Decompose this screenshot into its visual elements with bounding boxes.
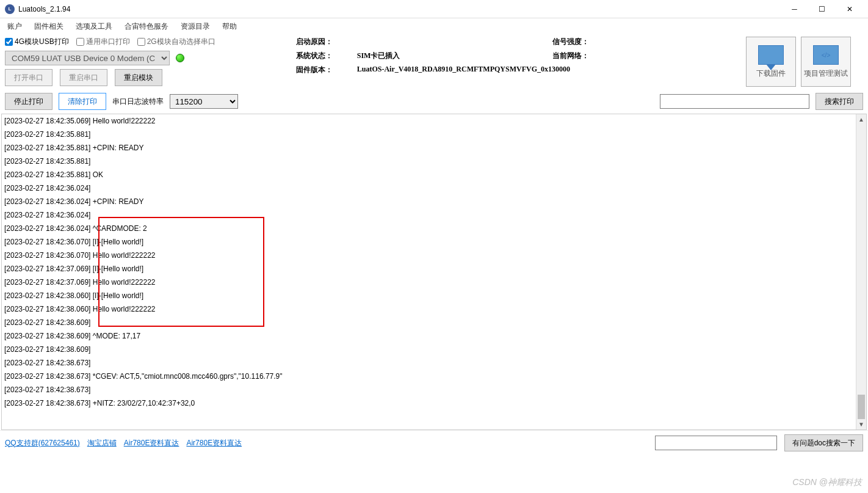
info-fw-label: 固件版本： xyxy=(296,65,357,75)
device-select[interactable]: COM59 LUAT USB Device 0 Modem (C xyxy=(5,51,170,65)
toolbar-second: 停止打印 清除打印 串口日志波特率 115200 搜索打印 xyxy=(0,89,868,114)
close-button[interactable]: ✕ xyxy=(836,1,863,18)
info-signal-value xyxy=(607,37,681,47)
log-line: [2023-02-27 18:42:38.060] Hello world!22… xyxy=(4,302,864,316)
log-line: [2023-02-27 18:42:35.881] OK xyxy=(4,168,864,181)
menu-services[interactable]: 合宙特色服务 xyxy=(120,20,173,34)
log-line: [2023-02-27 18:42:37.069] Hello world!22… xyxy=(4,276,864,289)
log-line: [2023-02-27 18:42:38.609] ^MODE: 17,17 xyxy=(4,329,864,343)
link-qq-group[interactable]: QQ支持群(627625461) xyxy=(5,438,80,448)
open-port-button[interactable]: 打开串口 xyxy=(5,69,52,86)
checkbox-4g-usb-label: 4G模块USB打印 xyxy=(15,37,69,47)
scroll-up-icon[interactable]: ▲ xyxy=(856,114,866,125)
reset-module-button[interactable]: 重启模块 xyxy=(115,69,162,86)
log-line: [2023-02-27 18:42:35.881] xyxy=(4,155,864,168)
menu-resources[interactable]: 资源目录 xyxy=(176,20,215,34)
download-icon xyxy=(758,45,784,65)
menubar: 账户 固件相关 选项及工具 合宙特色服务 资源目录 帮助 xyxy=(0,18,868,34)
download-firmware-button[interactable]: 下载固件 xyxy=(746,37,796,87)
info-reason-label: 启动原因： xyxy=(296,37,357,47)
log-line: [2023-02-27 18:42:35.881] +CPIN: READY xyxy=(4,141,864,155)
log-line: [2023-02-27 18:42:36.070] Hello world!22… xyxy=(4,249,864,262)
info-fw-value: LuatOS-Air_V4018_RDA8910_RCMFTMPQYSMVFVG… xyxy=(357,65,681,75)
watermark: CSDN @神耀科技 xyxy=(792,477,862,488)
log-line: [2023-02-27 18:42:35.069] Hello world!22… xyxy=(4,114,864,128)
log-line: [2023-02-27 18:42:35.881] xyxy=(4,128,864,141)
menu-help[interactable]: 帮助 xyxy=(217,20,242,34)
stop-print-button[interactable]: 停止打印 xyxy=(5,93,52,110)
checkbox-generic-serial[interactable]: 通用串口打印 xyxy=(76,37,130,47)
log-line: [2023-02-27 18:42:38.673] +NITZ: 23/02/2… xyxy=(4,396,864,410)
clear-print-button[interactable]: 清除打印 xyxy=(59,93,106,110)
checkbox-generic-label: 通用串口打印 xyxy=(86,37,130,47)
log-line: [2023-02-27 18:42:37.069] [I]-[Hello wor… xyxy=(4,262,864,276)
baud-select[interactable]: 115200 xyxy=(170,94,238,109)
scroll-down-icon[interactable]: ▼ xyxy=(856,419,866,429)
link-air780e-1[interactable]: Air780E资料直达 xyxy=(124,438,179,448)
menu-options[interactable]: 选项及工具 xyxy=(71,20,117,34)
log-search-input[interactable] xyxy=(660,94,809,109)
log-line: [2023-02-27 18:42:38.609] xyxy=(4,343,864,356)
info-net-value xyxy=(607,51,681,61)
status-led-icon xyxy=(176,54,184,62)
reset-port-button[interactable]: 重启串口 xyxy=(60,69,107,86)
project-manager-label: 项目管理测试 xyxy=(804,68,848,79)
checkbox-2g-auto[interactable]: 2G模块自动选择串口 xyxy=(137,37,215,47)
checkbox-2g-label: 2G模块自动选择串口 xyxy=(147,37,215,47)
log-line: [2023-02-27 18:42:36.024] ^CARDMODE: 2 xyxy=(4,222,864,235)
checkbox-4g-usb[interactable]: 4G模块USB打印 xyxy=(5,37,69,47)
info-panel: 启动原因： 信号强度： 系统状态： SIM卡已插入 当前网络： 固件版本： Lu… xyxy=(296,37,681,75)
log-line: [2023-02-27 18:42:36.024] +CPIN: READY xyxy=(4,195,864,208)
menu-account[interactable]: 账户 xyxy=(2,20,27,34)
minimize-button[interactable]: ─ xyxy=(781,1,808,18)
scroll-thumb[interactable] xyxy=(858,395,865,419)
app-icon: L xyxy=(5,4,15,14)
log-line: [2023-02-27 18:42:36.070] [I]-[Hello wor… xyxy=(4,235,864,249)
window-title: Luatools_2.1.94 xyxy=(18,5,781,13)
scrollbar-vertical[interactable]: ▲ ▼ xyxy=(856,114,866,429)
project-manager-button[interactable]: 项目管理测试 xyxy=(801,37,851,87)
log-line: [2023-02-27 18:42:38.609] xyxy=(4,316,864,329)
menu-firmware[interactable]: 固件相关 xyxy=(29,20,68,34)
maximize-button[interactable]: ☐ xyxy=(808,1,836,18)
footer: QQ支持群(627625461) 淘宝店铺 Air780E资料直达 Air780… xyxy=(0,430,868,455)
titlebar: L Luatools_2.1.94 ─ ☐ ✕ xyxy=(0,0,868,18)
doc-search-input[interactable] xyxy=(655,436,777,450)
info-sys-label: 系统状态： xyxy=(296,51,357,61)
search-print-button[interactable]: 搜索打印 xyxy=(816,93,863,110)
log-line: [2023-02-27 18:42:38.673] xyxy=(4,383,864,396)
log-line: [2023-02-27 18:42:36.024] xyxy=(4,181,864,195)
log-area[interactable]: [2023-02-27 18:42:35.069] Hello world!22… xyxy=(1,114,867,430)
log-line: [2023-02-27 18:42:36.024] xyxy=(4,208,864,222)
log-line: [2023-02-27 18:42:38.673] *CGEV: ACT,5,"… xyxy=(4,370,864,383)
link-taobao[interactable]: 淘宝店铺 xyxy=(87,438,117,448)
info-reason-value xyxy=(357,37,552,47)
toolbar-top: 4G模块USB打印 通用串口打印 2G模块自动选择串口 COM59 LUAT U… xyxy=(0,34,868,89)
info-signal-label: 信号强度： xyxy=(552,37,607,47)
log-line: [2023-02-27 18:42:38.673] xyxy=(4,356,864,370)
info-sys-value: SIM卡已插入 xyxy=(357,51,552,61)
link-air780e-2[interactable]: Air780E资料直达 xyxy=(186,438,242,448)
info-net-label: 当前网络： xyxy=(552,51,607,61)
log-line: [2023-02-27 18:42:38.060] [I]-[Hello wor… xyxy=(4,289,864,302)
project-icon xyxy=(813,45,839,65)
doc-search-button[interactable]: 有问题doc搜索一下 xyxy=(784,434,863,451)
baud-label: 串口日志波特率 xyxy=(112,97,164,107)
